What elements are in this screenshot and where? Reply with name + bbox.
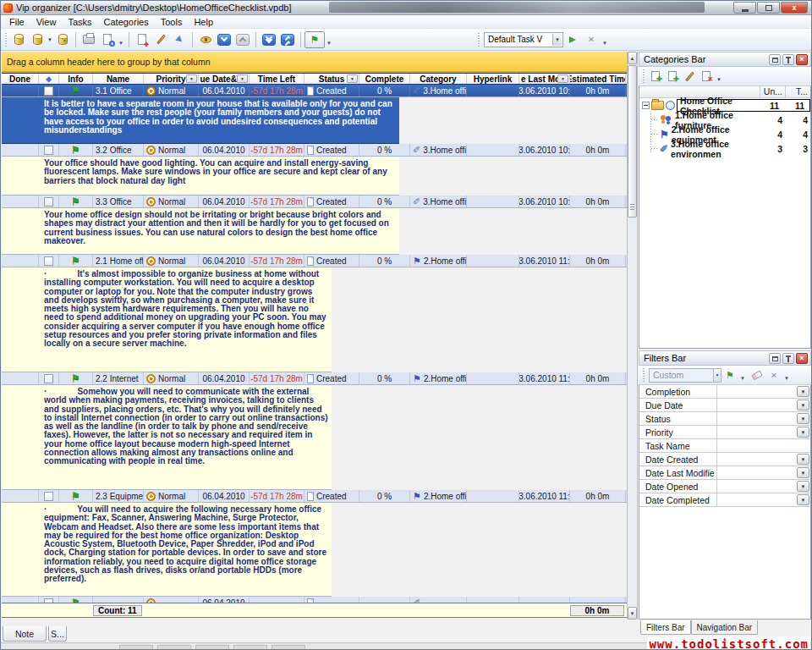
task-row[interactable]: ⚑3.2 OfficeNormal06.04.2010-57d 17h 28mC… xyxy=(2,144,627,157)
categories-close-button[interactable]: × xyxy=(796,54,808,65)
tab-navigation-bar[interactable]: Navigation Bar xyxy=(691,620,759,635)
categories-restore-button[interactable] xyxy=(769,54,781,65)
column-header-due[interactable]: ue Date&Tir▼ xyxy=(199,74,250,84)
filter-dropdown-button[interactable]: ▼ xyxy=(797,413,809,424)
filter-value-input[interactable] xyxy=(717,399,797,411)
task-description[interactable]: · It's almost impossible to organize bus… xyxy=(2,267,332,372)
add-subcategory-button[interactable]: ✚ xyxy=(664,69,681,84)
filter-dropdown-button[interactable]: ▼ xyxy=(797,399,809,410)
menu-item-help[interactable]: Help xyxy=(188,15,219,28)
category-overflow-dropdown[interactable]: ▼ xyxy=(325,31,333,48)
filter-value-input[interactable] xyxy=(717,426,797,438)
done-checkbox[interactable] xyxy=(44,374,53,383)
scroll-up-button[interactable]: ▲ xyxy=(628,52,637,64)
column-header-name[interactable]: Name xyxy=(93,74,144,84)
category-tree-item[interactable]: ✐3.Home office environmen33 xyxy=(639,141,810,156)
new-task-button[interactable]: ✚ xyxy=(133,31,151,48)
print-overflow-dropdown[interactable]: ▼ xyxy=(117,31,125,48)
tab-note[interactable]: Note xyxy=(3,626,47,642)
tab-filters-bar[interactable]: Filters Bar xyxy=(640,620,691,635)
menu-item-tasks[interactable]: Tasks xyxy=(62,15,97,28)
categories-pin-button[interactable] xyxy=(782,54,794,65)
scroll-thumb[interactable] xyxy=(628,65,637,218)
column-header-status[interactable]: Status▼ xyxy=(304,74,359,84)
filters-pin-button[interactable] xyxy=(782,353,794,364)
combo-arrow-icon[interactable]: ▼ xyxy=(552,34,562,46)
minimize-button[interactable] xyxy=(733,2,756,14)
filter-value-input[interactable] xyxy=(717,385,797,398)
done-checkbox[interactable] xyxy=(44,492,53,501)
filter-dropdown-button[interactable]: ▼ xyxy=(797,481,809,492)
print-button[interactable] xyxy=(80,31,98,48)
filter-preset-combobox[interactable]: Custom▼ xyxy=(649,368,721,383)
collapse-all-button[interactable] xyxy=(278,31,297,48)
duplicate-task-button[interactable] xyxy=(170,31,189,48)
scroll-down-button[interactable]: ▼ xyxy=(628,607,637,620)
task-view-combobox[interactable]: Default Task V▼ xyxy=(484,32,563,47)
filter-dropdown-button[interactable]: ▼ xyxy=(797,386,809,397)
edit-category-button[interactable] xyxy=(681,69,698,84)
column-header-last_modified[interactable]: e Last Modi▼ xyxy=(519,74,570,84)
delete-filter-button[interactable]: × xyxy=(765,367,782,383)
filter-dropdown-button[interactable]: ▼ xyxy=(797,427,809,438)
move-down-button[interactable] xyxy=(215,31,233,48)
filters-restore-button[interactable] xyxy=(769,353,781,364)
delete-category-button[interactable]: ✕ xyxy=(698,69,715,84)
filter-dropdown-icon[interactable]: ▼ xyxy=(237,74,248,83)
task-description[interactable]: Your office should have good lighting. Y… xyxy=(2,157,399,196)
add-category-button[interactable]: ✚ xyxy=(647,69,664,84)
tab-s[interactable]: S... xyxy=(48,626,67,642)
filter-value-input[interactable] xyxy=(717,493,797,506)
filter-dropdown-icon[interactable]: ▼ xyxy=(347,74,358,83)
column-header-priority[interactable]: Priority▼ xyxy=(144,74,199,84)
task-description[interactable]: · You will need to acquire the following… xyxy=(2,503,332,597)
column-header-complete[interactable]: Complete xyxy=(359,74,410,84)
filter-dropdown-button[interactable]: ▼ xyxy=(797,467,809,478)
done-checkbox[interactable] xyxy=(44,146,53,155)
column-header-estimated[interactable]: Estimated Time xyxy=(570,74,626,84)
assign-category-button[interactable]: ⚑ xyxy=(304,31,325,48)
task-row[interactable]: ⚑2.3 EquipmentNormal06.04.2010-57d 17h 2… xyxy=(2,490,627,503)
open-database-button[interactable] xyxy=(28,31,47,48)
column-header-hyperlink[interactable]: Hyperlink xyxy=(467,74,519,84)
apply-filter-dropdown[interactable]: ▼ xyxy=(738,366,747,383)
done-checkbox[interactable] xyxy=(44,86,53,96)
filter-value-input[interactable] xyxy=(717,412,797,425)
menu-item-file[interactable]: File xyxy=(3,15,30,28)
maximize-button[interactable] xyxy=(757,2,780,14)
task-row[interactable]: ⚑3.3 OfficeNormal06.04.2010-57d 17h 28mC… xyxy=(2,196,627,208)
filter-dropdown-button[interactable]: ▼ xyxy=(797,454,809,465)
grid-vertical-scrollbar[interactable]: ▲ ▼ xyxy=(627,52,638,620)
filters-close-button[interactable]: × xyxy=(796,353,808,364)
filter-value-input[interactable] xyxy=(717,439,810,452)
task-row[interactable]: ⚑2.1 Home officeNormal06.04.2010-57d 17h… xyxy=(2,255,627,267)
clear-filter-button[interactable] xyxy=(749,367,765,383)
close-button[interactable]: x xyxy=(781,2,808,14)
filter-value-input[interactable] xyxy=(717,466,797,479)
filter-value-input[interactable] xyxy=(717,480,797,493)
expand-all-button[interactable] xyxy=(260,31,278,48)
task-row[interactable]: ⚑06.04.2010✐ xyxy=(2,597,627,603)
apply-filter-button[interactable]: ⚑ xyxy=(721,367,738,383)
column-header-mark[interactable]: ◆ xyxy=(39,74,59,84)
task-row[interactable]: ⚑2.2 InternetNormal06.04.2010-57d 17h 28… xyxy=(2,372,627,385)
filter-value-input[interactable] xyxy=(717,453,797,465)
tree-expander-icon[interactable] xyxy=(642,102,650,109)
task-description[interactable]: It is better to have a separate room in … xyxy=(2,97,399,144)
view-overflow-dropdown[interactable]: ▼ xyxy=(601,31,609,48)
filter-dropdown-icon[interactable]: ▼ xyxy=(557,74,568,83)
categories-overflow-dropdown[interactable]: ▼ xyxy=(715,68,723,85)
combo-arrow-icon[interactable]: ▼ xyxy=(713,369,721,382)
menu-item-view[interactable]: View xyxy=(30,15,63,28)
notes-button[interactable] xyxy=(196,31,215,48)
apply-view-button[interactable] xyxy=(563,31,582,48)
task-row[interactable]: ⚑3.1 OfficeNormal06.04.2010-57d 17h 28mC… xyxy=(2,85,627,97)
clear-view-button[interactable]: × xyxy=(582,31,601,48)
done-checkbox[interactable] xyxy=(44,197,53,207)
save-database-button[interactable]: ▪ xyxy=(53,31,72,48)
column-header-category[interactable]: Category xyxy=(410,74,467,84)
done-checkbox[interactable] xyxy=(44,256,53,266)
menu-item-tools[interactable]: Tools xyxy=(155,15,189,28)
move-up-button[interactable] xyxy=(233,31,252,48)
task-description[interactable]: · Somehow you will need to communicate w… xyxy=(2,385,332,490)
